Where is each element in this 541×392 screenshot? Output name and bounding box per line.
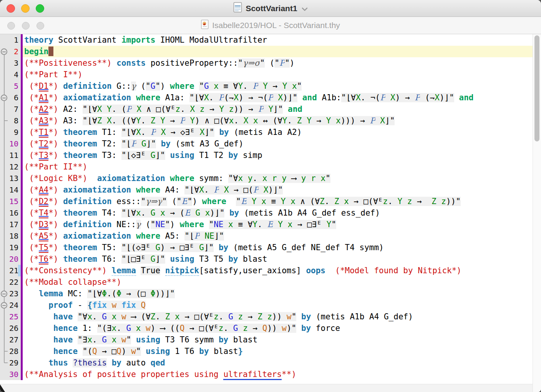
code-token: x	[229, 116, 234, 125]
code-token	[224, 208, 229, 218]
code-text[interactable]: (**Positiveness**) consts positiveProper…	[23, 57, 533, 69]
gutter-cell[interactable]: 25	[0, 311, 23, 322]
gutter-cell[interactable]: 3	[0, 57, 23, 69]
gutter-cell[interactable]: 29	[0, 357, 23, 369]
code-text[interactable]: (**Analysis of positive properties using…	[23, 369, 533, 380]
code-text[interactable]: (*T3*) theorem T3: "⌊◇∃ᴱ G⌋" using T1 T2…	[23, 149, 533, 161]
title-chevron-icon[interactable]	[302, 4, 308, 13]
gutter-cell[interactable]: 26	[0, 322, 23, 334]
code-text[interactable]: have "∃x. G x w" using T3 T6 symm by bla…	[23, 334, 533, 345]
code-text[interactable]: (*A2*) A2: "⌊∀X Y. (P X ∧ □(∀ᴱz. X z → Y…	[23, 103, 533, 115]
gutter-cell[interactable]: 24	[0, 299, 23, 311]
gutter-cell[interactable]: 12	[0, 161, 23, 173]
vertical-scrollbar-thumb[interactable]	[534, 35, 539, 141]
gutter-cell[interactable]: 8	[0, 115, 23, 126]
code-text[interactable]: (**Consistency**) lemma True nitpick[sat…	[23, 265, 533, 276]
vertical-scrollbar[interactable]	[533, 34, 541, 392]
code-text[interactable]: hence "(Q → □Q) w" using 1 T6 by blast}	[23, 345, 533, 357]
code-token: x	[87, 335, 92, 344]
code-token: ⌋"	[204, 128, 214, 137]
gutter-cell[interactable]: 10	[0, 138, 23, 149]
code-text[interactable]: (**Part II**)	[23, 161, 533, 173]
code-text[interactable]: (*Logic KB*) axiomatization where symm: …	[23, 173, 533, 184]
code-text[interactable]: (**Modal collapse**)	[23, 276, 533, 288]
line-number: 10	[9, 138, 18, 149]
code-line: 22(**Modal collapse**)	[0, 276, 533, 288]
gutter-cell[interactable]: 18	[0, 230, 23, 242]
code-text[interactable]: (*A1*) axiomatization where A1a: "⌊∀X. P…	[23, 92, 533, 103]
fold-collapse-icon[interactable]	[1, 48, 7, 55]
code-token	[24, 231, 29, 241]
code-token: (*	[29, 185, 39, 194]
code-token: x	[228, 220, 233, 229]
gutter-cell[interactable]: 15	[0, 196, 23, 207]
code-text[interactable]: (*T1*) theorem T1: "⌊∀X. P X → ◇∃ᴱ X⌋" b…	[23, 126, 533, 138]
horizontal-scrollbar[interactable]	[0, 384, 533, 392]
gutter-cell[interactable]: 2	[0, 46, 23, 57]
gutter-cell[interactable]: 13	[0, 173, 23, 184]
fold-guide-line	[4, 161, 5, 173]
code-token	[223, 220, 228, 229]
gutter-cell[interactable]: 11	[0, 149, 23, 161]
code-token: *)	[48, 93, 58, 102]
code-text[interactable]: have "∀x. G x w ⟶ (∀Z. Z x → □(∀ᴱz. G z …	[23, 311, 533, 322]
fold-collapse-icon[interactable]	[1, 302, 7, 309]
code-token	[24, 93, 29, 102]
gutter-cell[interactable]: 21	[0, 265, 23, 276]
code-text[interactable]: proof - {fix w fix Q	[23, 299, 533, 311]
code-line: 10 (*T2*) theorem T2: "⌊P G⌋" by (smt A3…	[0, 138, 533, 149]
gutter-cell[interactable]: 20	[0, 253, 23, 265]
gutter-cell[interactable]: 17	[0, 219, 23, 230]
code-text[interactable]: (*D1*) definition G::γ ("G") where "G x …	[23, 80, 533, 92]
code-text[interactable]: (*A5*) axiomatization where A5: "⌊P NE⌋"	[23, 230, 533, 242]
fold-guide-line	[4, 230, 5, 242]
code-token: axiomatization	[63, 185, 131, 194]
code-text[interactable]: (*T4*) theorem T4: "⌊∀x. G x → (E G x)⌋"…	[23, 207, 533, 219]
code-token: T1:	[97, 128, 121, 137]
fold-end-tick	[4, 362, 8, 363]
gutter-cell[interactable]: 23	[0, 288, 23, 299]
code-token	[277, 174, 282, 183]
gutter-cell[interactable]: 5	[0, 80, 23, 92]
code-text[interactable]: (*A4*) axiomatization where A4: "⌊∀X. P …	[23, 184, 533, 196]
code-text[interactable]: theory ScottVariant imports IHOML ModalU…	[23, 34, 533, 46]
code-token: x	[112, 324, 117, 333]
code-text[interactable]: (*T6*) theorem T6: "⌊□∃ᴱ G⌋" using T3 T5…	[23, 253, 533, 265]
gutter-cell[interactable]: 27	[0, 334, 23, 345]
fold-collapse-icon[interactable]	[1, 95, 7, 101]
code-token	[259, 185, 264, 194]
fold-guide-line	[4, 80, 5, 92]
code-token: *)	[48, 243, 58, 252]
code-text[interactable]: begin	[23, 46, 533, 57]
code-token	[296, 312, 301, 321]
code-text[interactable]: (*A3*) A3: "⌊∀Z X. ((∀Y. Z Y → P Y) ∧ □(…	[23, 115, 533, 126]
gutter-cell[interactable]: 7	[0, 103, 23, 115]
gutter-cell[interactable]: 9	[0, 126, 23, 138]
gutter-cell[interactable]: 1	[0, 34, 23, 46]
code-text[interactable]: (*T5*) theorem T5: "⌊(◇∃ᴱ G) → □∃ᴱ G⌋" b…	[23, 242, 533, 253]
gutter-cell[interactable]: 22	[0, 276, 23, 288]
line-number: 28	[9, 345, 18, 357]
code-token: w	[112, 301, 117, 310]
code-text[interactable]: thus ?thesis by auto qed	[23, 357, 533, 369]
gutter-cell[interactable]: 14	[0, 184, 23, 196]
code-token: where	[136, 93, 160, 102]
code-text[interactable]: (*T2*) theorem T2: "⌊P G⌋" by (smt A3 G_…	[23, 138, 533, 149]
gutter-cell[interactable]: 16	[0, 207, 23, 219]
code-text[interactable]: (**Part I**)	[23, 69, 533, 80]
gutter-cell[interactable]: 28	[0, 345, 23, 357]
code-token: γ⇒σ	[243, 58, 260, 68]
fold-collapse-icon[interactable]	[1, 291, 7, 297]
code-text[interactable]: (*D3*) definition NE::γ ("NE") where "NE…	[23, 219, 533, 230]
gutter-cell[interactable]: 19	[0, 242, 23, 253]
code-text[interactable]: (*D2*) definition ess::"γ⇒γ" ("E") where…	[23, 196, 533, 207]
gutter-cell[interactable]: 30	[0, 369, 23, 380]
gutter-cell[interactable]: 6	[0, 92, 23, 103]
text-area[interactable]: 1theory ScottVariant imports IHOML Modal…	[0, 34, 533, 392]
code-token: x	[160, 208, 165, 218]
fold-guide-line	[4, 69, 5, 80]
code-text[interactable]: hence 1: "(∃x. G x w) ⟶ ((Q → □(∀ᴱz. G z…	[23, 322, 533, 334]
fold-end-tick	[4, 120, 8, 121]
code-text[interactable]: lemma MC: "⌊∀Φ.(Φ → (□ Φ))⌋"	[23, 288, 533, 299]
gutter-cell[interactable]: 4	[0, 69, 23, 80]
